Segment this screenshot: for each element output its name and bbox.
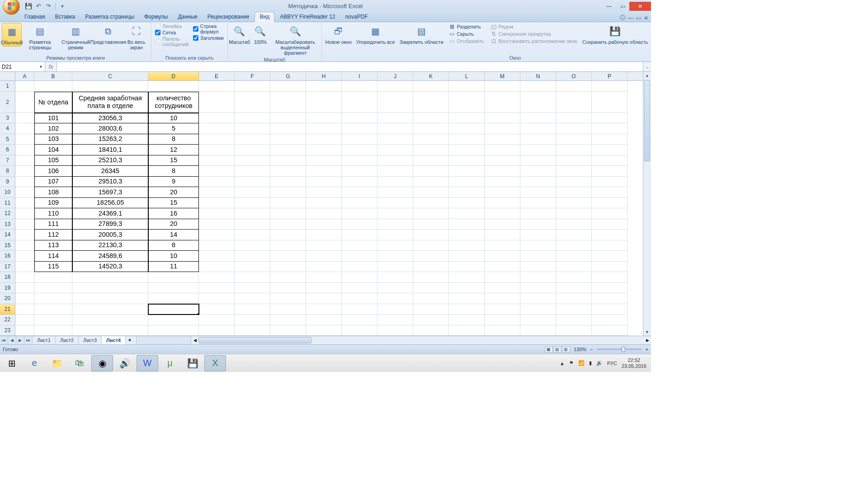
scroll-left-icon[interactable]: ◀ <box>191 336 198 344</box>
cell-O17[interactable] <box>556 262 592 272</box>
cell-C9[interactable]: 29510,3 <box>72 177 148 188</box>
cell-M11[interactable] <box>485 198 520 209</box>
row-header-14[interactable]: 14 <box>0 230 15 240</box>
new-window-button[interactable]: 🗗Новое окно <box>324 23 354 46</box>
cell-P14[interactable] <box>592 230 627 240</box>
cell-E23[interactable] <box>199 325 235 336</box>
row-header-9[interactable]: 9 <box>0 177 15 188</box>
row-header-23[interactable]: 23 <box>0 325 15 336</box>
cell-I14[interactable] <box>342 230 377 240</box>
word-icon[interactable]: W <box>137 355 158 371</box>
cell-M1[interactable] <box>485 81 520 92</box>
cell-H10[interactable] <box>306 187 342 198</box>
cell-J8[interactable] <box>377 166 413 177</box>
tab-data[interactable]: Данные <box>173 12 202 22</box>
custom-views-button[interactable]: ⧉Представления <box>94 23 123 46</box>
cell-C6[interactable]: 18410,1 <box>72 145 148 155</box>
cell-E9[interactable] <box>199 177 235 188</box>
cell-G22[interactable] <box>270 314 306 325</box>
cell-P2[interactable] <box>592 92 627 113</box>
cell-D4[interactable]: 5 <box>148 123 199 134</box>
cell-O20[interactable] <box>556 293 592 304</box>
cell-M21[interactable] <box>485 304 520 315</box>
row-header-2[interactable]: 2 <box>0 92 15 113</box>
cell-B18[interactable] <box>34 272 72 283</box>
cell-E7[interactable] <box>199 155 235 166</box>
cell-K21[interactable] <box>413 304 449 315</box>
cell-I17[interactable] <box>342 262 377 272</box>
cell-O8[interactable] <box>556 166 592 177</box>
cell-P16[interactable] <box>592 251 627 262</box>
cell-H2[interactable] <box>306 92 342 113</box>
cell-A23[interactable] <box>15 325 34 336</box>
cell-N3[interactable] <box>520 113 556 124</box>
sheet-last-icon[interactable]: ⏭ <box>24 336 33 344</box>
cell-B19[interactable] <box>34 283 72 294</box>
normal-view-button[interactable]: ▦Обычный <box>2 23 22 47</box>
tab-novapdf[interactable]: novaPDF <box>341 12 373 22</box>
cell-O6[interactable] <box>556 145 592 155</box>
cell-F11[interactable] <box>235 198 270 209</box>
cell-I18[interactable] <box>342 272 377 283</box>
cell-C19[interactable] <box>72 283 148 294</box>
cell-N12[interactable] <box>520 208 556 219</box>
cell-B9[interactable]: 107 <box>34 177 72 188</box>
cell-C20[interactable] <box>72 293 148 304</box>
cell-F17[interactable] <box>235 262 270 272</box>
cell-O21[interactable] <box>556 304 592 315</box>
cell-A4[interactable] <box>15 123 34 134</box>
cell-A22[interactable] <box>15 314 34 325</box>
cell-O1[interactable] <box>556 81 592 92</box>
cell-B3[interactable]: 101 <box>34 113 72 124</box>
cell-L1[interactable] <box>449 81 485 92</box>
cell-J9[interactable] <box>377 177 413 188</box>
row-header-12[interactable]: 12 <box>0 208 15 219</box>
page-break-button[interactable]: ▥Страничный режим <box>58 23 93 51</box>
cell-F12[interactable] <box>235 208 270 219</box>
col-header-N[interactable]: N <box>520 72 556 80</box>
tab-insert[interactable]: Вставка <box>51 12 80 22</box>
cell-E8[interactable] <box>199 166 235 177</box>
cell-I13[interactable] <box>342 219 377 230</box>
cell-L20[interactable] <box>449 293 485 304</box>
col-header-A[interactable]: A <box>15 72 34 80</box>
cell-P17[interactable] <box>592 262 627 272</box>
cell-C22[interactable] <box>72 314 148 325</box>
clock[interactable]: 22:5223.05.2016 <box>622 357 646 368</box>
cell-K2[interactable] <box>413 92 449 113</box>
new-sheet-button[interactable]: ✦ <box>126 336 137 344</box>
cell-D12[interactable]: 16 <box>148 208 199 219</box>
col-header-P[interactable]: P <box>592 72 627 80</box>
cell-B14[interactable]: 112 <box>34 230 72 240</box>
vertical-scrollbar[interactable]: ▲ ▼ <box>643 72 651 336</box>
cell-P1[interactable] <box>592 81 627 92</box>
cell-L8[interactable] <box>449 166 485 177</box>
cell-G23[interactable] <box>270 325 306 336</box>
zoom-in-icon[interactable]: + <box>646 347 648 352</box>
cell-J23[interactable] <box>377 325 413 336</box>
cell-A14[interactable] <box>15 230 34 240</box>
sheet-tab-1[interactable]: Лист2 <box>56 336 79 344</box>
doc-close-icon[interactable]: ✕ <box>644 15 648 21</box>
cell-I23[interactable] <box>342 325 377 336</box>
cell-H15[interactable] <box>306 240 342 251</box>
cell-A6[interactable] <box>15 145 34 155</box>
cell-J7[interactable] <box>377 155 413 166</box>
cell-K23[interactable] <box>413 325 449 336</box>
cell-G18[interactable] <box>270 272 306 283</box>
cell-A1[interactable] <box>15 81 34 92</box>
cell-B12[interactable]: 110 <box>34 208 72 219</box>
cell-N16[interactable] <box>520 251 556 262</box>
cell-C12[interactable]: 24369,1 <box>72 208 148 219</box>
cell-K19[interactable] <box>413 283 449 294</box>
cell-D1[interactable] <box>148 81 199 92</box>
cell-B13[interactable]: 111 <box>34 219 72 230</box>
scroll-down-icon[interactable]: ▼ <box>643 328 651 336</box>
row-header-20[interactable]: 20 <box>0 293 15 304</box>
zoom-level[interactable]: 130% <box>574 347 586 352</box>
headings-checkbox[interactable]: Заголовки <box>191 35 226 41</box>
col-header-H[interactable]: H <box>306 72 342 80</box>
cell-D8[interactable]: 8 <box>148 166 199 177</box>
cell-L21[interactable] <box>449 304 485 315</box>
start-button[interactable]: ⊞ <box>1 355 23 371</box>
